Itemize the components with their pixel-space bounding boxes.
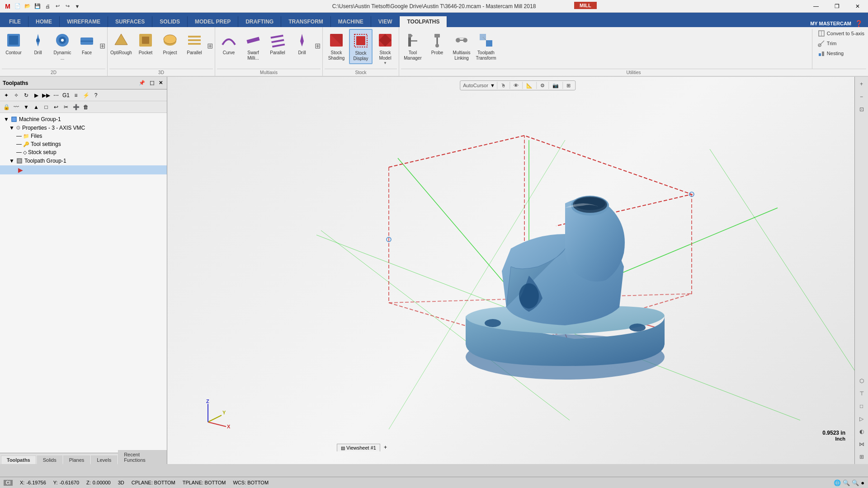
tab-solids-panel[interactable]: Solids xyxy=(37,455,62,464)
tab-surfaces[interactable]: SURFACES xyxy=(108,16,152,27)
vt-settings-icon[interactable]: ⚙ xyxy=(538,82,547,89)
2d-expand-icon[interactable]: ⊞ xyxy=(99,42,105,50)
tree-toolpath-group[interactable]: ▼ Toolpath Group-1 xyxy=(0,156,167,165)
print-icon[interactable]: 🖨 xyxy=(43,2,52,10)
nesting-button[interactable]: Nesting xyxy=(816,49,866,58)
drill-button[interactable]: Drill xyxy=(26,29,50,64)
tab-view[interactable]: VIEW xyxy=(371,16,400,27)
tab-drafting[interactable]: DRAFTING xyxy=(238,16,281,27)
rp-section-icon[interactable]: ⊞ xyxy=(856,451,867,462)
display-icon1[interactable]: 🌐 xyxy=(834,479,841,486)
tool-manager-button[interactable]: Tool Manager xyxy=(401,29,425,64)
restore-button[interactable]: ❐ xyxy=(826,0,847,13)
vt-more-icon[interactable]: ⊞ xyxy=(565,82,572,89)
vt-camera-icon[interactable]: 📷 xyxy=(551,82,561,89)
tab-file[interactable]: FILE xyxy=(2,16,28,27)
face-button[interactable]: Face xyxy=(75,29,99,64)
ma-expand-icon[interactable]: ⊞ xyxy=(315,42,321,50)
rp-zoom-in-icon[interactable]: + xyxy=(856,79,867,89)
save-icon[interactable]: 💾 xyxy=(33,2,42,10)
waves-icon[interactable]: 〰 xyxy=(12,103,21,112)
pocket-button[interactable]: Pocket xyxy=(134,29,157,64)
panel-pin-icon[interactable]: 📌 xyxy=(137,80,146,86)
stock-model-button[interactable]: Stock Model ▼ xyxy=(373,29,397,64)
display-icon2[interactable]: 🔍 xyxy=(843,479,850,486)
tab-planes-panel[interactable]: Planes xyxy=(63,455,90,464)
vt-mouse-icon[interactable]: 🖱 xyxy=(499,82,508,89)
rp-wire-icon[interactable]: ⋈ xyxy=(856,439,867,450)
optirough-button[interactable]: OptiRough xyxy=(109,29,133,64)
multiaxis-linking-button[interactable]: Multiaxis Linking xyxy=(450,29,473,64)
help-panel-icon[interactable]: ? xyxy=(91,91,100,100)
tree-machine-group[interactable]: ▼ Machine Group-1 xyxy=(0,115,167,124)
tab-solids[interactable]: SOLIDS xyxy=(152,16,188,27)
tab-recent-functions-panel[interactable]: Recent Functions xyxy=(118,450,167,464)
stock-shading-button[interactable]: Stock Shading xyxy=(325,29,348,64)
tab-machine[interactable]: MACHINE xyxy=(331,16,371,27)
tree-stock-setup[interactable]: — ◇ Stock setup xyxy=(0,148,167,156)
close-button[interactable]: ✕ xyxy=(847,0,868,13)
vt-measure-icon[interactable]: 📐 xyxy=(524,82,534,89)
rp-fit-icon[interactable]: ⊡ xyxy=(856,104,867,115)
delete-icon[interactable]: 🗑 xyxy=(81,103,90,112)
viewsheet-add-button[interactable]: + xyxy=(382,443,389,451)
lock-icon[interactable]: 🔒 xyxy=(2,103,11,112)
trim-button[interactable]: Trim xyxy=(816,39,866,48)
new-group-icon[interactable]: ➕ xyxy=(71,103,80,112)
viewsheet-tab-1[interactable]: ▤ Viewsheet #1 xyxy=(337,444,380,451)
down-icon[interactable]: ▼ xyxy=(22,103,31,112)
project-button[interactable]: Project xyxy=(158,29,182,64)
tree-selected-item[interactable]: ▶ xyxy=(0,165,167,174)
display-icon4[interactable]: ● xyxy=(861,479,864,486)
rp-zoom-out-icon[interactable]: − xyxy=(856,91,867,102)
tab-model-prep[interactable]: MODEL PREP xyxy=(188,16,238,27)
swarf-button[interactable]: Swarf Milli... xyxy=(241,29,265,64)
panel-close-icon[interactable]: ✕ xyxy=(157,80,164,86)
panel-float-icon[interactable]: ⬚ xyxy=(148,80,156,86)
rp-shading-icon[interactable]: ◐ xyxy=(856,426,867,437)
verify-icon[interactable]: ▶▶ xyxy=(42,91,51,100)
rp-iso-icon[interactable]: ⬡ xyxy=(856,375,867,386)
my-mastercam[interactable]: MY MASTERCAM xyxy=(810,21,851,26)
editor-icon[interactable]: ≡ xyxy=(71,91,80,100)
rp-side-icon[interactable]: ▷ xyxy=(856,413,867,424)
probe-button[interactable]: Probe xyxy=(425,29,449,64)
minimize-button[interactable]: — xyxy=(806,0,826,13)
parallel-3d-button[interactable]: Parallel xyxy=(183,29,206,64)
new-icon[interactable]: 📄 xyxy=(14,2,22,10)
stock-display-button[interactable]: Stock Display xyxy=(349,29,373,64)
tree-tool-settings[interactable]: — 🔑 Tool settings xyxy=(0,140,167,148)
tab-transform[interactable]: TRANSFORM xyxy=(281,16,331,27)
tab-toolpaths[interactable]: TOOLPATHS xyxy=(400,16,447,27)
redo-icon[interactable]: ↪ xyxy=(63,2,71,10)
regen-icon[interactable]: ↻ xyxy=(22,91,31,100)
up-icon[interactable]: ▲ xyxy=(32,103,41,112)
contour-button[interactable]: Contour xyxy=(2,29,25,64)
highfeed-icon[interactable]: ⚡ xyxy=(81,91,90,100)
rp-front-icon[interactable]: □ xyxy=(856,401,867,412)
select-all-icon[interactable]: ✦ xyxy=(2,91,11,100)
help-icon[interactable]: ❓ xyxy=(855,20,863,27)
display-icon3[interactable]: 🔍 xyxy=(852,479,859,486)
postprocess-icon[interactable]: G1 xyxy=(61,91,71,100)
tree-properties[interactable]: ▼ ⚙ Properties - 3 - AXIS VMC xyxy=(0,124,167,132)
tab-levels-panel[interactable]: Levels xyxy=(91,455,117,464)
square-icon[interactable]: □ xyxy=(42,103,51,112)
convert-5axis-button[interactable]: Convert to 5-axis xyxy=(816,29,866,38)
open-icon[interactable]: 📂 xyxy=(24,2,32,10)
backplot-icon[interactable]: ▶ xyxy=(32,91,41,100)
simulate-icon[interactable]: ⋯ xyxy=(52,91,61,100)
vt-view-icon[interactable]: 👁 xyxy=(512,82,520,89)
tab-toolpaths-panel[interactable]: Toolpaths xyxy=(1,455,36,464)
toolpath-transform-button[interactable]: Toolpath Transform xyxy=(474,29,498,64)
drill-ma-button[interactable]: Drill xyxy=(290,29,314,64)
tab-home[interactable]: HOME xyxy=(28,16,60,27)
curve-button[interactable]: Curve xyxy=(217,29,241,64)
cut-icon[interactable]: ✂ xyxy=(61,103,71,112)
customize-icon[interactable]: ▼ xyxy=(73,2,81,10)
deselect-icon[interactable]: ✧ xyxy=(12,91,21,100)
tree-files[interactable]: — 📁 Files xyxy=(0,132,167,140)
tab-wireframe[interactable]: WIREFRAME xyxy=(60,16,108,27)
dynamic-button[interactable]: Dynamic ... xyxy=(51,29,74,64)
parallel-ma-button[interactable]: Parallel xyxy=(266,29,289,64)
